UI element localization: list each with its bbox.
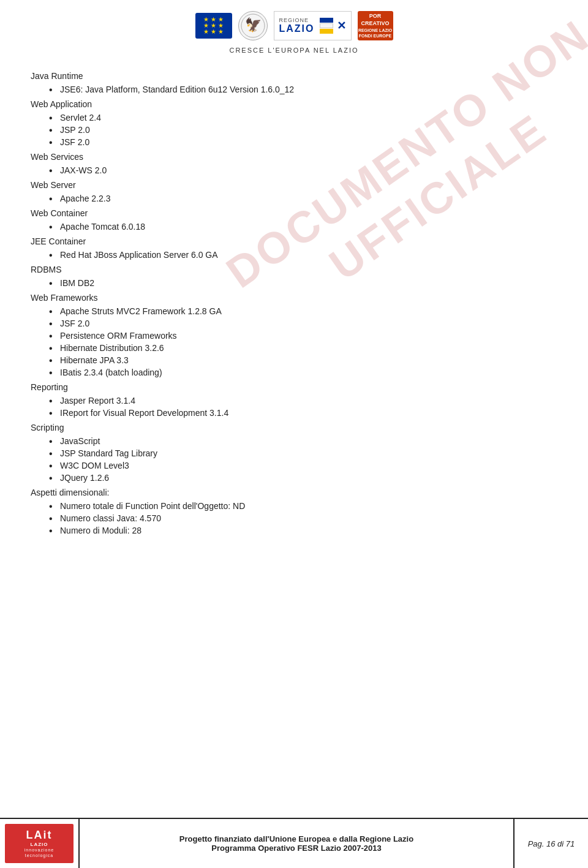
section-aspetti: Aspetti dimensionali: xyxy=(31,488,557,497)
italy-logo: 🦅 xyxy=(238,11,268,40)
list-reporting: Jasper Report 3.1.4 IReport for Visual R… xyxy=(31,394,557,419)
lazio-x-icon: ✕ xyxy=(337,19,346,32)
section-reporting: Reporting xyxy=(31,382,557,392)
list-item: JavaScript xyxy=(49,435,557,447)
list-item: Hibernate JPA 3.3 xyxy=(49,354,557,366)
list-item: Red Hat JBoss Application Server 6.0 GA xyxy=(49,249,557,261)
list-item: Jasper Report 3.1.4 xyxy=(49,394,557,407)
lait-logo-sub: LAZIOinnovazione tecnologica xyxy=(12,842,66,858)
list-web-container: Apache Tomcat 6.0.18 xyxy=(31,221,557,233)
list-item: JAX-WS 2.0 xyxy=(49,164,557,176)
list-item: Hibernate Distribution 3.2.6 xyxy=(49,342,557,354)
list-item: JSF 2.0 xyxy=(49,317,557,330)
section-web-frameworks: Web Frameworks xyxy=(31,293,557,303)
regione-lazio-logo: REGIONE LAZIO ✕ xyxy=(274,11,352,40)
list-item: Numero totale di Function Point dell'Ogg… xyxy=(49,500,557,512)
list-web-services: JAX-WS 2.0 xyxy=(31,164,557,176)
list-web-server: Apache 2.2.3 xyxy=(31,192,557,205)
section-web-application: Web Application xyxy=(31,99,557,109)
section-jee-container: JEE Container xyxy=(31,236,557,246)
list-scripting: JavaScript JSP Standard Tag Library W3C … xyxy=(31,435,557,484)
list-item: Persistence ORM Frameworks xyxy=(49,330,557,342)
list-item: JSP Standard Tag Library xyxy=(49,447,557,459)
eu-stars-icon: ★ ★ ★★ ★ ★★ ★ ★ xyxy=(203,17,224,35)
italy-eagle-icon: 🦅 xyxy=(241,13,265,38)
list-web-frameworks: Apache Struts MVC2 Framework 1.2.8 GA JS… xyxy=(31,305,557,379)
list-item: Numero classi Java: 4.570 xyxy=(49,512,557,524)
section-rdbms: RDBMS xyxy=(31,265,557,274)
header-subtitle: CRESCE L'EUROPA NEL LAZIO xyxy=(0,45,588,61)
list-item: Servlet 2.4 xyxy=(49,111,557,124)
lazio-flag-icon xyxy=(320,18,333,34)
list-jee-container: Red Hat JBoss Application Server 6.0 GA xyxy=(31,249,557,261)
por-logo: POR CREATIVO REGIONE LAZIO FONDI EUROPE xyxy=(358,11,393,40)
list-java-runtime: JSE6: Java Platform, Standard Edition 6u… xyxy=(31,83,557,96)
list-item: JSE6: Java Platform, Standard Edition 6u… xyxy=(49,83,557,96)
list-item: Apache 2.2.3 xyxy=(49,192,557,205)
section-web-server: Web Server xyxy=(31,180,557,190)
header-logos: ★ ★ ★★ ★ ★★ ★ ★ 🦅 REGIONE LAZIO ✕ xyxy=(0,0,588,45)
svg-text:🦅: 🦅 xyxy=(244,17,262,33)
footer-project-line1: Progetto finanziato dall'Unione Europea … xyxy=(179,834,413,843)
list-web-application: Servlet 2.4 JSP 2.0 JSF 2.0 xyxy=(31,111,557,148)
list-item: Numero di Moduli: 28 xyxy=(49,524,557,537)
lait-logo-name: LAit xyxy=(26,829,53,842)
main-content: Java Runtime JSE6: Java Platform, Standa… xyxy=(0,61,588,818)
regione-label: REGIONE xyxy=(279,17,309,23)
list-rdbms: IBM DB2 xyxy=(31,277,557,289)
section-scripting: Scripting xyxy=(31,423,557,432)
footer-logo-area: LAit LAZIOinnovazione tecnologica xyxy=(0,819,80,868)
list-item: Apache Tomcat 6.0.18 xyxy=(49,221,557,233)
list-item: IBM DB2 xyxy=(49,277,557,289)
page: ★ ★ ★★ ★ ★★ ★ ★ 🦅 REGIONE LAZIO ✕ xyxy=(0,0,588,868)
footer-project-text: Progetto finanziato dall'Unione Europea … xyxy=(80,819,514,868)
list-item: JSF 2.0 xyxy=(49,136,557,148)
list-item: W3C DOM Level3 xyxy=(49,459,557,472)
list-item: IBatis 2.3.4 (batch loading) xyxy=(49,366,557,379)
list-item: JQuery 1.2.6 xyxy=(49,472,557,484)
section-web-services: Web Services xyxy=(31,152,557,162)
section-web-container: Web Container xyxy=(31,208,557,218)
eu-logo: ★ ★ ★★ ★ ★★ ★ ★ xyxy=(195,13,232,39)
section-java-runtime: Java Runtime xyxy=(31,71,557,81)
list-item: Apache Struts MVC2 Framework 1.2.8 GA xyxy=(49,305,557,317)
lait-logo: LAit LAZIOinnovazione tecnologica xyxy=(5,824,74,863)
list-item: IReport for Visual Report Development 3.… xyxy=(49,407,557,419)
lazio-label: LAZIO xyxy=(279,23,315,34)
list-item: JSP 2.0 xyxy=(49,124,557,136)
footer-page-number: Pag. 16 di 71 xyxy=(514,819,588,868)
footer-project-line2: Programma Operativo FESR Lazio 2007-2013 xyxy=(179,843,413,853)
list-aspetti: Numero totale di Function Point dell'Ogg… xyxy=(31,500,557,537)
footer: LAit LAZIOinnovazione tecnologica Proget… xyxy=(0,818,588,868)
